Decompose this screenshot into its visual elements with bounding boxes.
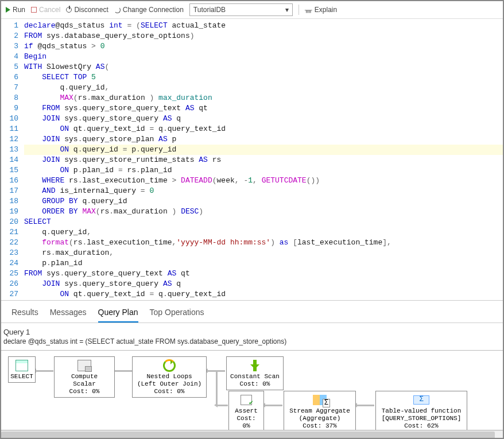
line-number: 2 (1, 31, 18, 41)
line-number: 8 (1, 93, 18, 103)
line-number: 27 (1, 289, 18, 300)
code-line[interactable]: WITH SlowestQry AS( (24, 62, 503, 72)
code-line[interactable]: ON qt.query_text_id = q.query_text_id (24, 124, 503, 134)
run-button[interactable]: Run (6, 6, 25, 14)
run-label: Run (13, 6, 25, 14)
explain-icon: ᚄ (305, 6, 312, 14)
line-number: 17 (1, 186, 18, 196)
line-number: 7 (1, 83, 18, 93)
plan-header: Query 1 declare @qds_status int = (SELEC… (1, 323, 503, 347)
change-connection-icon (114, 7, 121, 13)
compute-scalar-icon (76, 359, 92, 372)
code-line[interactable]: GROUP BY q.query_id (24, 196, 503, 207)
sql-editor[interactable]: 1234567891011121314151617181920212223242… (1, 19, 503, 300)
line-number: 6 (1, 72, 18, 83)
plan-node-nested-loops[interactable]: Nested Loops (Left Outer Join) Cost: 0% (132, 356, 207, 398)
code-line[interactable]: SELECT TOP 5 (24, 72, 503, 83)
plan-node-constant-scan[interactable]: Constant Scan Cost: 0% (226, 356, 284, 390)
line-number: 23 (1, 248, 18, 258)
chevron-down-icon: ▾ (285, 6, 289, 14)
line-number: 22 (1, 238, 18, 248)
plan-node-table-valued-function[interactable]: Σ Table-valued function [QUERY_STORE_OPT… (375, 391, 467, 430)
code-line[interactable]: JOIN sys.query_store_plan AS p (24, 300, 503, 300)
line-number: 26 (1, 279, 18, 289)
assert-icon (238, 394, 254, 406)
code-line[interactable]: ON q.query_id = p.query_id (24, 145, 503, 155)
toolbar-separator (298, 5, 299, 15)
tab-query-plan[interactable]: Query Plan (98, 304, 138, 323)
scrollbar-thumb[interactable] (1, 432, 495, 438)
tab-results[interactable]: Results (11, 304, 38, 323)
disconnect-button[interactable]: Disconnect (66, 6, 108, 14)
query-plan-diagram[interactable]: SELECT Compute Scalar Cost: 0% Nested Lo… (1, 350, 503, 430)
explain-button[interactable]: ᚄ Explain (305, 6, 337, 14)
code-line[interactable]: MAX(rs.max_duration ) max_duration (24, 93, 503, 103)
line-number: 5 (1, 62, 18, 72)
code-line[interactable]: JOIN sys.query_store_runtime_stats AS rs (24, 155, 503, 165)
plan-node-assert[interactable]: Assert Cost: 0% (228, 391, 264, 430)
line-number: 25 (1, 269, 18, 279)
code-line[interactable]: FROM sys.query_store_query_text AS qt (24, 103, 503, 114)
line-number: 15 (1, 165, 18, 176)
nested-loops-icon (161, 359, 177, 372)
code-line[interactable]: JOIN sys.query_store_query AS q (24, 279, 503, 289)
plan-node-select[interactable]: SELECT (8, 356, 36, 383)
code-line[interactable]: if @qds_status > 0 (24, 41, 503, 52)
code-line[interactable]: JOIN sys.query_store_query AS q (24, 114, 503, 124)
line-number: 12 (1, 134, 18, 145)
tvf-icon: Σ (413, 394, 429, 406)
change-connection-button[interactable]: Change Connection (114, 6, 184, 14)
code-line[interactable]: AND is_internal_query = 0 (24, 186, 503, 196)
change-connection-label: Change Connection (123, 6, 184, 14)
cancel-label: Cancel (39, 6, 60, 14)
code-area[interactable]: declare@qds_status int = (SELECT actual_… (24, 19, 503, 300)
plan-node-stream-aggregate[interactable]: Stream Aggregate (Aggregate) Cost: 37% (284, 391, 356, 430)
code-line[interactable]: ON qt.query_text_id = q.query_text_id (24, 289, 503, 300)
toolbar: Run Cancel Disconnect Change Connection … (1, 1, 503, 19)
code-line[interactable]: declare@qds_status int = (SELECT actual_… (24, 21, 503, 31)
line-number: 4 (1, 52, 18, 62)
code-line[interactable]: SELECT (24, 217, 503, 227)
disconnect-icon (66, 7, 72, 13)
disconnect-label: Disconnect (74, 6, 108, 14)
constant-scan-icon (247, 359, 263, 372)
line-number: 13 (1, 145, 18, 155)
line-number: 16 (1, 176, 18, 186)
code-line[interactable]: FROM sys.database_query_store_options) (24, 31, 503, 41)
line-number: 18 (1, 196, 18, 207)
line-number: 19 (1, 207, 18, 217)
line-number: 1 (1, 21, 18, 31)
code-line[interactable]: ORDER BY MAX(rs.max_duration ) DESC) (24, 207, 503, 217)
tab-messages[interactable]: Messages (50, 304, 87, 323)
line-number: 11 (1, 124, 18, 134)
code-line[interactable]: Begin (24, 52, 503, 62)
plan-query-number: Query 1 (3, 328, 501, 336)
code-line[interactable]: WHERE rs.last_execution_time > DATEADD(w… (24, 176, 503, 186)
horizontal-scrollbar[interactable] (1, 430, 503, 438)
stream-aggregate-icon (312, 394, 328, 406)
plan-node-compute-scalar[interactable]: Compute Scalar Cost: 0% (54, 356, 115, 398)
result-tabs: Results Messages Query Plan Top Operatio… (1, 300, 503, 323)
code-line[interactable]: p.plan_id (24, 258, 503, 269)
code-line[interactable]: q.query_id, (24, 83, 503, 93)
line-number: 3 (1, 41, 18, 52)
code-line[interactable]: q.query_id, (24, 227, 503, 238)
explain-label: Explain (315, 6, 337, 14)
line-gutter: 1234567891011121314151617181920212223242… (1, 19, 24, 300)
code-line[interactable]: ON p.plan_id = rs.plan_id (24, 165, 503, 176)
code-line[interactable]: format(rs.last_execution_time,'yyyy-MM-d… (24, 238, 503, 248)
code-line[interactable]: JOIN sys.query_store_plan AS p (24, 134, 503, 145)
line-number: 24 (1, 258, 18, 269)
line-number: 14 (1, 155, 18, 165)
code-line[interactable]: FROM sys.query_store_query_text AS qt (24, 269, 503, 279)
run-icon (6, 7, 10, 13)
connection-selected-value: TutorialDB (193, 6, 226, 14)
line-number: 21 (1, 227, 18, 238)
tab-top-operations[interactable]: Top Operations (150, 304, 204, 323)
plan-query-text: declare @qds_status int = (SELECT actual… (3, 337, 501, 345)
select-op-icon (14, 359, 30, 372)
code-line[interactable]: rs.max_duration, (24, 248, 503, 258)
cancel-button: Cancel (31, 6, 60, 14)
connection-select[interactable]: TutorialDB ▾ (189, 3, 293, 16)
line-number: 9 (1, 103, 18, 114)
